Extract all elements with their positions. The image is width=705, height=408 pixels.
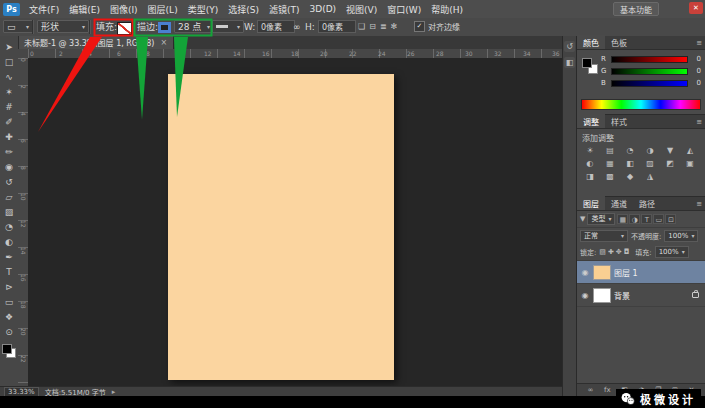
gradient-tool[interactable]: ▨ <box>0 204 18 219</box>
channel-value[interactable]: 0 <box>691 79 701 87</box>
settings-gear-icon[interactable]: ✻ <box>391 22 398 31</box>
fill-opacity-dropdown[interactable]: 100% ▾ <box>655 246 689 258</box>
tab-channels[interactable]: 通道 <box>605 196 633 210</box>
document-tab[interactable]: 未标题-1 @ 33.3%(图层 1, RGB/8) × <box>18 36 174 49</box>
width-input[interactable]: 0像素 <box>257 20 295 33</box>
layer-thumbnail[interactable] <box>593 265 611 280</box>
filter-pixel-layers-icon[interactable]: ▦ <box>617 214 628 224</box>
menu-item[interactable]: 图像(I) <box>105 3 143 16</box>
close-window-button[interactable]: ✕ <box>689 2 703 14</box>
channel-slider[interactable] <box>611 80 688 87</box>
tab-styles[interactable]: 样式 <box>605 114 633 128</box>
zoom-tool[interactable]: ⊙ <box>0 324 18 339</box>
dodge-tool[interactable]: ◐ <box>0 234 18 249</box>
lock-pixels-icon[interactable]: ✚ <box>608 248 614 256</box>
adjustment-icon[interactable]: ◨ <box>582 171 598 182</box>
adjustment-icon[interactable]: ▼ <box>662 145 678 156</box>
properties-panel-icon[interactable]: ◧ <box>564 57 575 68</box>
color-panel-fgbg-swatches[interactable] <box>582 58 598 74</box>
brush-tool[interactable]: ✏ <box>0 144 18 159</box>
menu-item[interactable]: 3D(D) <box>304 4 341 14</box>
adjustment-icon[interactable]: ▨ <box>642 158 658 169</box>
history-panel-icon[interactable]: ↺ <box>564 41 575 52</box>
stroke-type-dropdown[interactable]: ▾ <box>212 20 244 33</box>
adjustment-icon[interactable]: ◆ <box>622 171 638 182</box>
move-tool[interactable]: ➤ <box>0 39 18 54</box>
path-operations-icon[interactable]: ❏ <box>358 22 365 31</box>
layer-style-icon[interactable]: fx <box>604 386 611 394</box>
lock-transparency-icon[interactable]: ▨ <box>599 248 606 256</box>
adjustment-icon[interactable]: ◧ <box>622 158 638 169</box>
canvas-viewport[interactable] <box>28 58 562 386</box>
filter-smart-objects-icon[interactable]: ⊡ <box>665 214 676 224</box>
path-arrangement-icon[interactable]: ≣ <box>380 22 387 31</box>
filter-adjustment-layers-icon[interactable]: ◑ <box>629 214 640 224</box>
height-input[interactable]: 0像素 <box>318 20 356 33</box>
menu-item[interactable]: 视图(V) <box>341 3 382 16</box>
channel-slider[interactable] <box>611 56 688 63</box>
pen-tool[interactable]: ✒ <box>0 249 18 264</box>
tab-swatches[interactable]: 色板 <box>605 35 633 49</box>
adjustment-icon[interactable]: ◔ <box>622 145 638 156</box>
channel-slider[interactable] <box>611 68 688 75</box>
adjustment-icon[interactable]: ◮ <box>642 171 658 182</box>
channel-value[interactable]: 0 <box>691 67 701 75</box>
eraser-tool[interactable]: ▱ <box>0 189 18 204</box>
opacity-dropdown[interactable]: 100% ▾ <box>664 230 698 242</box>
adjustment-icon[interactable]: ▦ <box>602 158 618 169</box>
filter-shape-layers-icon[interactable]: ▭ <box>653 214 664 224</box>
panel-menu-icon[interactable]: ≡ <box>696 118 702 126</box>
visibility-eye-icon[interactable]: ◉ <box>580 268 590 277</box>
menu-item[interactable]: 滤镜(T) <box>264 3 305 16</box>
workspace-switcher[interactable]: 基本功能 <box>613 2 659 16</box>
hand-tool[interactable]: ❖ <box>0 309 18 324</box>
filter-type-layers-icon[interactable]: T <box>641 214 652 224</box>
fill-swatch[interactable] <box>117 22 132 35</box>
tab-adjustments[interactable]: 调整 <box>577 114 605 128</box>
shape-tool[interactable]: ▭ <box>0 294 18 309</box>
align-edges-checkbox[interactable]: ✓ 对齐边缘 <box>414 20 460 33</box>
path-selection-tool[interactable]: ⊳ <box>0 279 18 294</box>
menu-item[interactable]: 选择(S) <box>223 3 264 16</box>
menu-item[interactable]: 帮助(H) <box>426 3 468 16</box>
zoom-level-field[interactable]: 33.33% <box>4 387 39 397</box>
foreground-color-swatch[interactable] <box>582 58 592 68</box>
menu-item[interactable]: 窗口(W) <box>382 3 426 16</box>
clone-stamp-tool[interactable]: ◉ <box>0 159 18 174</box>
adjustment-icon[interactable]: ▣ <box>682 158 698 169</box>
stroke-width-dropdown[interactable]: 28 点 ▾ <box>174 20 214 33</box>
tab-paths[interactable]: 路径 <box>633 196 661 210</box>
adjustment-icon[interactable]: ◑ <box>642 145 658 156</box>
foreground-background-swatches[interactable] <box>2 344 16 358</box>
marquee-tool[interactable]: □ <box>0 54 18 69</box>
menu-item[interactable]: 文件(F) <box>24 3 64 16</box>
adjustment-icon[interactable]: ◐ <box>582 158 598 169</box>
lock-position-icon[interactable]: ✥ <box>616 248 622 256</box>
crop-tool[interactable]: # <box>0 99 18 114</box>
menu-item[interactable]: 图层(L) <box>143 3 183 16</box>
lock-all-icon[interactable]: ◘ <box>624 248 630 256</box>
close-tab-icon[interactable]: × <box>160 38 167 47</box>
adjustment-icon[interactable]: ◭ <box>682 145 698 156</box>
tab-color[interactable]: 颜色 <box>577 35 605 49</box>
menu-item[interactable]: 编辑(E) <box>64 3 105 16</box>
adjustment-icon[interactable]: ◩ <box>662 158 678 169</box>
visibility-eye-icon[interactable]: ◉ <box>580 291 590 300</box>
document-canvas[interactable] <box>168 74 394 380</box>
blur-tool[interactable]: ◔ <box>0 219 18 234</box>
foreground-color-swatch[interactable] <box>2 344 12 354</box>
color-spectrum-ramp[interactable] <box>581 99 701 110</box>
layer-thumbnail[interactable] <box>593 288 611 303</box>
stroke-swatch[interactable] <box>158 22 171 33</box>
adjustment-icon[interactable]: ▤ <box>602 145 618 156</box>
tab-layers[interactable]: 图层 <box>577 196 605 210</box>
filter-kind-dropdown[interactable]: 类型 ▾ <box>587 213 615 225</box>
adjustment-icon[interactable]: ▩ <box>602 171 618 182</box>
tool-mode-dropdown[interactable]: 形状 ▾ <box>37 20 89 33</box>
type-tool[interactable]: T <box>0 264 18 279</box>
layer-row[interactable]: ◉ 背景 <box>577 284 705 307</box>
status-popup-arrow-icon[interactable]: ▸ <box>112 388 116 396</box>
path-alignment-icon[interactable]: ⊟ <box>369 22 376 31</box>
panel-menu-icon[interactable]: ≡ <box>696 200 702 208</box>
panel-menu-icon[interactable]: ≡ <box>696 39 702 47</box>
